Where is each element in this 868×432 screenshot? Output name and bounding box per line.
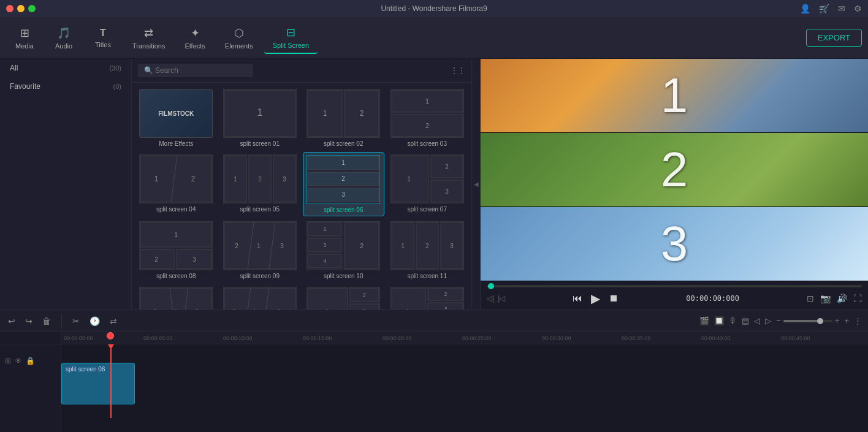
- subtitle-icon[interactable]: ▤: [742, 316, 749, 325]
- toolbar-media[interactable]: ⊞ Media: [6, 23, 43, 53]
- ruler-mark-4: 00:00:20:00: [383, 335, 462, 341]
- svg-text:1: 1: [174, 231, 178, 238]
- prev-marker-icon[interactable]: ◁: [754, 316, 760, 325]
- toolbar-split-screen[interactable]: ⊟ Split Screen: [264, 22, 318, 54]
- preview-number-1: 1: [661, 67, 688, 124]
- track-eye-icon[interactable]: 👁: [15, 357, 22, 365]
- split-screen-10[interactable]: 1 2 3 4 split screen 10: [303, 219, 384, 282]
- export-button[interactable]: EXPORT: [806, 29, 862, 47]
- more-effects-item[interactable]: FILMSTOCK More Effects: [135, 86, 217, 150]
- progress-bar[interactable]: [487, 285, 862, 287]
- svg-text:2: 2: [445, 164, 449, 170]
- svg-text:3: 3: [445, 188, 449, 195]
- sidebar-fav-count: (0): [113, 83, 121, 90]
- split-screen-05[interactable]: 1 2 3 split screen 05: [219, 152, 301, 216]
- zoom-handle[interactable]: [817, 318, 823, 324]
- zoom-track[interactable]: [783, 320, 832, 322]
- split-screen-11[interactable]: 1 2 3 split screen 11: [387, 219, 468, 282]
- rewind-button[interactable]: ⏮: [573, 293, 582, 304]
- toolbar-effects[interactable]: ✦ Effects: [176, 23, 213, 53]
- redo-tool[interactable]: ↪: [23, 314, 34, 328]
- svg-text:2: 2: [363, 292, 366, 298]
- collapse-panel-button[interactable]: ◀: [472, 59, 481, 309]
- grid-toggle-icon[interactable]: ⋮⋮: [451, 66, 465, 75]
- svg-text:1: 1: [234, 176, 237, 183]
- toolbar-audio[interactable]: 🎵 Audio: [45, 23, 82, 53]
- play-button[interactable]: ▶: [591, 291, 600, 306]
- undo-tool[interactable]: ↩: [6, 314, 17, 328]
- titles-label: Titles: [95, 41, 111, 48]
- transitions-label: Transitions: [132, 42, 165, 50]
- add-track-icon[interactable]: +: [844, 316, 849, 325]
- split-screen-12[interactable]: 2 1 3 split screen 12: [135, 284, 217, 309]
- preview-number-3: 3: [661, 216, 688, 272]
- timeline-menu-icon[interactable]: ⋮: [854, 316, 862, 325]
- next-marker-icon[interactable]: ▷: [765, 316, 771, 325]
- cut-tool[interactable]: ✂: [70, 314, 82, 328]
- timeline-clip[interactable]: split screen 06: [61, 363, 135, 404]
- maximize-button[interactable]: [28, 5, 36, 12]
- more-effects-label: More Effects: [159, 140, 193, 147]
- toolbar-elements[interactable]: ⬡ Elements: [216, 23, 262, 53]
- split-screen-03[interactable]: 1 2 split screen 03: [387, 86, 468, 150]
- pip-tool-icon[interactable]: 🔲: [714, 316, 724, 325]
- split-screen-label: Split Screen: [273, 42, 309, 49]
- ss13-preview: 2 1 3: [223, 287, 297, 309]
- split-screen-13[interactable]: 2 1 3 split screen 13: [219, 284, 301, 309]
- split-screen-15[interactable]: 1 2 3 4 split screen 15: [387, 284, 468, 309]
- titlebar: Untitled - Wondershare Filmora9 👤 🛒 ✉ ⚙: [0, 0, 868, 17]
- delete-tool[interactable]: 🗑: [40, 314, 53, 328]
- sidebar-fav-label: Favourite: [10, 82, 40, 91]
- media-label: Media: [15, 42, 34, 50]
- clip-speed-tool[interactable]: 🕐: [88, 314, 102, 328]
- ruler-mark-3: 00:00:15:00: [303, 335, 383, 341]
- svg-rect-84: [308, 288, 348, 309]
- svg-text:2: 2: [425, 122, 429, 129]
- volume-icon[interactable]: 🔊: [837, 294, 847, 303]
- split-screen-14[interactable]: 1 2 3 4 split screen 14: [303, 284, 384, 309]
- close-button[interactable]: [6, 5, 13, 12]
- svg-text:2: 2: [444, 291, 447, 297]
- snapshot-icon[interactable]: 📷: [820, 294, 831, 303]
- add-video-icon[interactable]: 🎬: [699, 316, 709, 325]
- track-lock-icon[interactable]: 🔒: [26, 357, 35, 365]
- svg-text:1: 1: [425, 97, 429, 105]
- minimize-button[interactable]: [17, 5, 25, 12]
- split-screen-02[interactable]: 1 2 split screen 02: [303, 86, 384, 150]
- split-screen-08[interactable]: 1 2 3 split screen 08: [135, 219, 217, 282]
- ss05-label: split screen 05: [240, 206, 280, 213]
- track-add-icon[interactable]: ⊞: [5, 357, 11, 365]
- sidebar: All (30) Favourite (0): [0, 59, 132, 309]
- split-screen-09[interactable]: 2 1 3 split screen 09: [219, 219, 301, 282]
- fullscreen-icon[interactable]: ⛶: [853, 294, 862, 303]
- split-screen-06[interactable]: 1 2 3 split screen 06: [303, 152, 384, 216]
- titlebar-icons: 👤 🛒 ✉ ⚙: [800, 4, 862, 13]
- ss04-preview: 1 2: [139, 154, 213, 203]
- svg-marker-71: [170, 288, 188, 309]
- ss02-label: split screen 02: [324, 140, 363, 147]
- svg-text:2: 2: [235, 243, 238, 249]
- split-screen-01[interactable]: 1 split screen 01: [219, 86, 301, 150]
- sidebar-item-favourite[interactable]: Favourite (0): [0, 77, 131, 96]
- pip-icon[interactable]: ⊡: [807, 294, 814, 303]
- ss08-label: split screen 08: [156, 273, 196, 279]
- svg-text:1: 1: [324, 226, 327, 232]
- ss06-label: split screen 06: [324, 207, 363, 213]
- svg-text:1: 1: [323, 109, 327, 118]
- search-input[interactable]: [138, 64, 253, 77]
- audio-record-icon[interactable]: 🎙: [729, 316, 737, 325]
- audio-label: Audio: [55, 42, 72, 50]
- sidebar-item-all[interactable]: All (30): [0, 59, 131, 77]
- ss03-label: split screen 03: [408, 140, 447, 147]
- stop-button[interactable]: ⏹: [609, 293, 619, 304]
- transitions-tool[interactable]: ⇄: [108, 314, 119, 328]
- toolbar-transitions[interactable]: ⇄ Transitions: [124, 23, 173, 53]
- svg-text:1: 1: [341, 159, 345, 166]
- zoom-slider[interactable]: − +: [776, 316, 839, 325]
- toolbar-titles[interactable]: T Titles: [85, 24, 121, 52]
- split-screen-07[interactable]: 1 2 3 split screen 07: [387, 152, 468, 216]
- content-header: 🔍 ⋮⋮: [132, 59, 471, 83]
- elements-icon: ⬡: [234, 26, 244, 40]
- ss10-label: split screen 10: [324, 273, 363, 279]
- split-screen-04[interactable]: 1 2 split screen 04: [135, 152, 217, 216]
